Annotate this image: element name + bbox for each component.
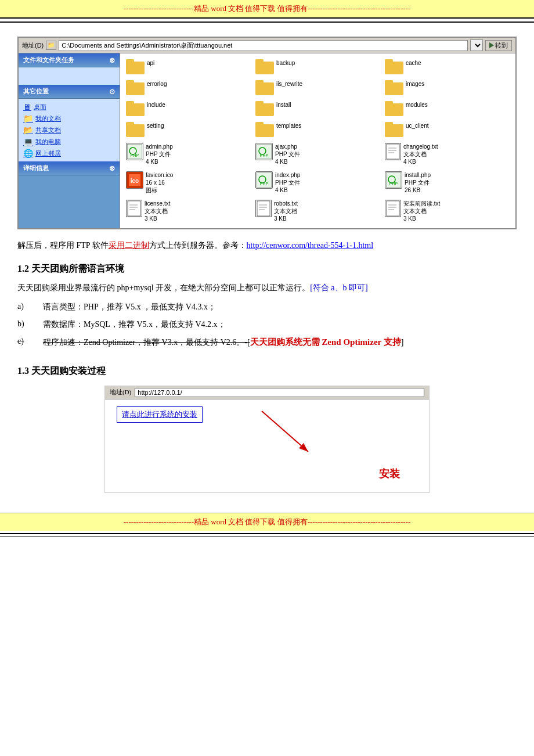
folder-errorlog[interactable]: errorlog <box>125 79 252 96</box>
sidebar-files-content <box>19 67 120 85</box>
content-area: 地址(D) 📁 C:\Documents and Settings\Admini… <box>0 25 534 513</box>
folder-modules[interactable]: modules <box>384 100 511 117</box>
folder-icon-cache <box>385 59 403 74</box>
svg-text:PHP: PHP <box>389 182 398 186</box>
file-license-txt[interactable]: license.txt文本文档3 KB <box>125 199 252 224</box>
bottom-line-2 <box>0 537 534 537</box>
folder-icon-small: 📁 <box>46 41 56 50</box>
file-favicon-ico[interactable]: ico favicon.ico16 x 16图标 <box>125 170 252 195</box>
folder-icon-include <box>126 101 145 116</box>
folder-icon-setting <box>126 122 145 137</box>
sidebar-item-desktop[interactable]: 🖥 桌面 <box>23 101 115 113</box>
folder-images[interactable]: images <box>384 79 511 96</box>
folder-api[interactable]: api <box>125 58 252 75</box>
file-robots-txt[interactable]: robots.txt文本文档3 KB <box>254 199 381 224</box>
sidebar-files-header[interactable]: 文件和文件夹任务 ⊗ <box>19 53 120 67</box>
folder-icon-templates <box>255 122 274 137</box>
php-icon-admin: PHP <box>126 143 143 160</box>
php-icon-index: PHP <box>255 171 273 189</box>
svg-rect-19 <box>128 201 140 216</box>
folder-templates[interactable]: templates <box>254 121 381 138</box>
folder-iis-rewrite[interactable]: iis_rewrite <box>254 79 381 96</box>
folder-setting[interactable]: setting <box>125 121 252 138</box>
folder-uc-client[interactable]: uc_client <box>384 121 511 138</box>
section-12-title: 1.2 天天团购所需语言环境 <box>17 263 517 275</box>
install-link[interactable]: 请点此进行系统的安装 <box>117 406 203 423</box>
sidebar-item-mycomputer[interactable]: 💻 我的电脑 <box>23 136 115 147</box>
places-expand-icon: ⊙ <box>109 88 115 96</box>
desktop-icon: 🖥 <box>23 102 31 111</box>
file-ajax-php[interactable]: PHP ajax.phpPHP 文件4 KB <box>254 142 381 167</box>
section-12-para: 天天团购采用业界最流行的 php+mysql 开发，在绝大部分空间上都可以正常运… <box>17 281 517 295</box>
folder-install[interactable]: install <box>254 100 381 117</box>
file-changelog-txt[interactable]: changelog.txt文本文档4 KB <box>384 142 511 167</box>
list-item-c: c) 程序加速：Zend Optimizer，推荐 V3.x，最低支持 V2.6… <box>17 337 517 348</box>
mydocs-icon: 📁 <box>23 114 33 123</box>
install-addr-label: 地址(D) <box>110 388 131 397</box>
install-body: 请点此进行系统的安装 安装 <box>105 399 429 492</box>
folder-icon-iis-rewrite <box>255 80 274 95</box>
reference-link[interactable]: http://cenwor.com/thread-554-1-1.html <box>247 241 374 250</box>
explorer-screenshot: 地址(D) 📁 C:\Documents and Settings\Admini… <box>17 37 517 229</box>
svg-text:PHP: PHP <box>260 153 269 157</box>
folder-icon-install <box>255 101 274 116</box>
sidebar-item-network[interactable]: 🌐 网上邻居 <box>23 147 115 159</box>
address-dropdown[interactable] <box>470 39 483 51</box>
install-addressbar: 地址(D) <box>105 386 429 399</box>
install-screenshot: 地址(D) 请点此进行系统的安装 安装 <box>104 386 430 493</box>
bottom-banner: ----------------------------精品 word 文档 值… <box>0 513 534 531</box>
sidebar-details-content <box>19 175 120 204</box>
svg-line-32 <box>262 411 308 452</box>
install-address-input[interactable] <box>135 388 424 397</box>
folder-include[interactable]: include <box>125 100 252 117</box>
folder-icon-images <box>385 80 403 95</box>
txt-icon-changelog <box>385 143 401 160</box>
files-collapse-icon: ⊗ <box>109 56 115 64</box>
address-input[interactable]: C:\Documents and Settings\Administrator\… <box>59 40 468 51</box>
para-decompress: 解压后，程序用 FTP 软件采用二进制方式上传到服务器。参考：http://ce… <box>17 239 517 253</box>
sidebar-places-content: 🖥 桌面 📁 我的文档 📂 共享文档 💻 我的电脑 <box>19 99 120 161</box>
folder-icon-backup <box>255 59 274 74</box>
go-button[interactable]: 转到 <box>485 40 512 51</box>
address-label: 地址(D) <box>22 41 44 50</box>
folder-icon-uc-client <box>385 122 403 137</box>
explorer-body: 文件和文件夹任务 ⊗ 其它位置 ⊙ 🖥 桌面 📁 我的文档 <box>19 53 515 228</box>
folder-icon-modules <box>385 101 403 116</box>
list-item-a: a) 语言类型：PHP，推荐 V5.x ，最低支持 V4.3.x； <box>17 302 517 312</box>
sidebar-details-header[interactable]: 详细信息 ⊗ <box>19 161 120 175</box>
txt-icon-robots <box>255 200 272 217</box>
mycomputer-icon: 💻 <box>23 137 33 146</box>
ico-icon-favicon: ico <box>126 171 143 189</box>
install-arrow-svg <box>256 405 326 463</box>
sidebar-places-header[interactable]: 其它位置 ⊙ <box>19 85 120 99</box>
explorer-sidebar: 文件和文件夹任务 ⊗ 其它位置 ⊙ 🖥 桌面 📁 我的文档 <box>19 53 120 228</box>
folder-cache[interactable]: cache <box>384 58 511 75</box>
file-index-php[interactable]: PHP index.phpPHP 文件4 KB <box>254 170 381 195</box>
file-install-php[interactable]: PHP install.phpPHP 文件26 KB <box>384 170 511 195</box>
svg-text:PHP: PHP <box>260 182 269 186</box>
file-readme-txt[interactable]: 安装前阅读.txt文本文档3 KB <box>384 199 511 224</box>
sidebar-item-mydocs[interactable]: 📁 我的文档 <box>23 113 115 124</box>
folder-icon-errorlog <box>126 80 145 95</box>
explorer-filegrid: api backup cache errorlog iis_rewrite <box>120 53 515 228</box>
network-icon: 🌐 <box>23 149 33 158</box>
top-divider <box>0 21 534 23</box>
sidebar-item-shared[interactable]: 📂 共享文档 <box>23 124 115 136</box>
txt-icon-license <box>126 200 142 217</box>
php-icon-install: PHP <box>385 171 402 189</box>
shared-icon: 📂 <box>23 125 33 135</box>
svg-rect-27 <box>387 201 399 216</box>
bottom-line-1 <box>0 533 534 534</box>
php-icon-ajax: PHP <box>255 143 273 160</box>
file-admin-php[interactable]: PHP admin.phpPHP 文件4 KB <box>125 142 252 167</box>
folder-backup[interactable]: backup <box>254 58 381 75</box>
top-banner: ----------------------------精品 word 文档 值… <box>0 0 534 19</box>
svg-text:PHP: PHP <box>131 153 139 157</box>
list-item-b: b) 需数据库：MySQL，推荐 V5.x，最低支持 V4.2.x； <box>17 319 517 330</box>
explorer-addressbar: 地址(D) 📁 C:\Documents and Settings\Admini… <box>19 38 515 53</box>
svg-rect-23 <box>257 201 270 216</box>
section-13-title: 1.3 天天团购安装过程 <box>17 365 517 377</box>
folder-icon-api <box>126 59 145 74</box>
go-arrow-icon <box>489 42 494 48</box>
txt-icon-readme <box>385 200 401 217</box>
